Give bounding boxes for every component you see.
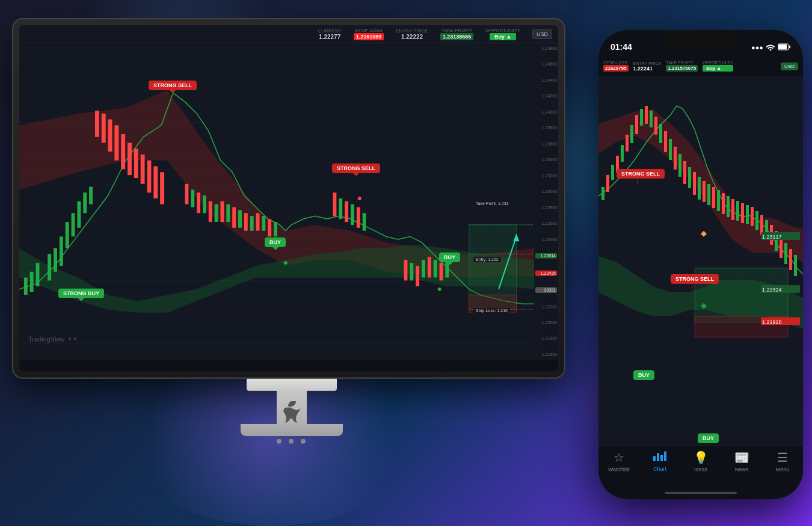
svg-rect-66 bbox=[404, 260, 408, 280]
dot-3 bbox=[301, 439, 306, 444]
svg-rect-59 bbox=[274, 222, 277, 236]
svg-rect-26 bbox=[54, 248, 57, 272]
svg-rect-47 bbox=[203, 195, 206, 213]
svg-rect-50 bbox=[221, 201, 224, 222]
iph-signal-buy-2: BUY bbox=[698, 433, 719, 443]
label-takeprofit: TAKE PROFIT bbox=[441, 28, 473, 33]
svg-rect-46 bbox=[197, 192, 200, 213]
signal-strong-sell-1: STRONG SELL bbox=[149, 81, 197, 90]
value-opportunity: Buy ▲ bbox=[490, 33, 516, 40]
svg-rect-120 bbox=[626, 135, 629, 151]
header-opportunity: OPPORTUNITY Buy ▲ bbox=[485, 28, 520, 40]
home-bar bbox=[665, 492, 737, 494]
iph-signal-line-1 bbox=[638, 175, 638, 184]
svg-rect-133 bbox=[688, 167, 691, 188]
svg-rect-42 bbox=[153, 167, 158, 199]
signal-icon: ●●● bbox=[751, 44, 763, 51]
price-level: 1.24000 bbox=[535, 110, 557, 114]
svg-rect-61 bbox=[339, 198, 342, 219]
svg-rect-30 bbox=[77, 201, 81, 228]
svg-rect-54 bbox=[244, 213, 248, 230]
value-entry: 1.22222 bbox=[401, 34, 423, 40]
header-stoploss: STOP-LOSS 1.2161089 bbox=[354, 28, 384, 40]
menu-icon: ☰ bbox=[777, 450, 788, 465]
svg-rect-145 bbox=[746, 205, 749, 224]
price-level: 1.23600 bbox=[535, 142, 557, 146]
svg-rect-123 bbox=[640, 109, 643, 126]
imac-chin bbox=[247, 379, 337, 391]
status-time: 01:44 bbox=[611, 42, 632, 52]
iphone-notch bbox=[665, 30, 737, 48]
wifi-icon bbox=[766, 44, 775, 52]
imac-dots bbox=[277, 439, 306, 444]
iph-value-entry: 1.22241 bbox=[633, 66, 662, 72]
svg-rect-23 bbox=[30, 272, 34, 292]
nav-chart[interactable]: Chart bbox=[639, 450, 680, 472]
svg-rect-125 bbox=[650, 111, 653, 127]
signal-strong-sell-2: STRONG SELL bbox=[332, 164, 380, 173]
svg-rect-147 bbox=[755, 211, 758, 230]
svg-rect-65 bbox=[363, 213, 366, 230]
nav-ideas[interactable]: 💡 Ideas bbox=[680, 450, 721, 472]
nav-watchlist[interactable]: ☆ Watchlist bbox=[598, 450, 639, 472]
svg-rect-173 bbox=[653, 456, 656, 461]
svg-rect-122 bbox=[635, 115, 638, 134]
iphone-body: 01:44 ●●● bbox=[598, 30, 803, 499]
price-level: 1.23200 bbox=[535, 174, 557, 178]
svg-rect-27 bbox=[60, 236, 63, 266]
svg-rect-155 bbox=[794, 255, 797, 276]
nav-label-chart: Chart bbox=[653, 466, 666, 472]
svg-rect-41 bbox=[147, 161, 152, 193]
svg-rect-115 bbox=[601, 187, 604, 200]
price-level: 1.23000 bbox=[535, 189, 557, 194]
svg-rect-174 bbox=[657, 453, 659, 461]
iph-signal-line-2 bbox=[692, 280, 692, 289]
header-entry: ENTRY PRICE 1.22222 bbox=[396, 28, 428, 40]
signal-strong-buy: STRONG BUY bbox=[58, 289, 104, 298]
svg-rect-37 bbox=[121, 134, 125, 169]
tradingview-watermark: TradingView ▼▼ bbox=[28, 335, 78, 343]
svg-rect-117 bbox=[611, 165, 614, 180]
svg-rect-124 bbox=[645, 106, 648, 124]
trade-label-entry: Entry: 1.222 bbox=[473, 257, 501, 262]
svg-rect-39 bbox=[134, 148, 138, 178]
svg-rect-137 bbox=[707, 184, 710, 205]
price-level: 1.24600 bbox=[535, 62, 557, 66]
svg-rect-121 bbox=[630, 125, 633, 143]
svg-rect-45 bbox=[191, 190, 194, 207]
svg-rect-135 bbox=[698, 177, 701, 200]
svg-rect-142 bbox=[731, 199, 734, 220]
imac-screen: CURRENT 1.22277 STOP-LOSS 1.2161089 ENTR… bbox=[19, 25, 558, 372]
iph-signal-strong-sell-2: STRONG SELL bbox=[671, 274, 719, 284]
svg-rect-24 bbox=[36, 263, 40, 286]
svg-rect-154 bbox=[789, 249, 792, 270]
svg-rect-131 bbox=[678, 154, 681, 177]
dot-1 bbox=[277, 439, 281, 444]
price-level: 1.24200 bbox=[535, 94, 557, 98]
watchlist-icon: ☆ bbox=[614, 450, 624, 465]
nav-menu[interactable]: ☰ Menu bbox=[762, 450, 803, 472]
label-current: CURRENT bbox=[318, 28, 342, 34]
svg-rect-40 bbox=[141, 154, 145, 184]
status-icons: ●●● bbox=[751, 43, 791, 52]
nav-news[interactable]: 📰 News bbox=[721, 450, 762, 472]
svg-point-81 bbox=[284, 261, 288, 265]
svg-rect-71 bbox=[434, 260, 437, 277]
currency-badge: USD bbox=[532, 29, 552, 39]
tv-logo-icon: ▼▼ bbox=[67, 336, 78, 342]
svg-rect-69 bbox=[422, 260, 425, 277]
header-takeprofit: TAKE PROFIT 1.23138665 bbox=[440, 28, 474, 40]
iph-label-sl: STOP-LOSS bbox=[603, 61, 629, 65]
svg-text:1.22324: 1.22324 bbox=[762, 287, 782, 293]
price-level-highlight: 1.22614 bbox=[535, 253, 557, 258]
svg-rect-32 bbox=[89, 187, 93, 204]
svg-rect-132 bbox=[683, 161, 686, 184]
svg-rect-44 bbox=[185, 184, 188, 204]
iph-label-opp: OPPORTUNITY bbox=[703, 61, 733, 65]
svg-rect-36 bbox=[114, 125, 118, 160]
header-current: CURRENT 1.22277 bbox=[318, 28, 342, 40]
svg-rect-29 bbox=[72, 213, 75, 236]
svg-rect-175 bbox=[660, 455, 663, 461]
svg-rect-87 bbox=[789, 46, 790, 49]
svg-rect-140 bbox=[722, 193, 725, 214]
